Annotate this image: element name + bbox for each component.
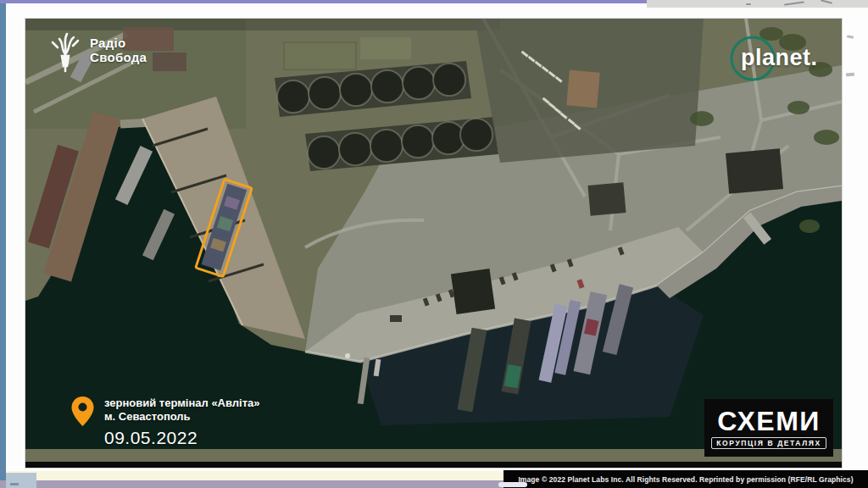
copyright-bar: Image © 2022 Planet Labs Inc. All Rights… <box>504 470 868 488</box>
bottom-corner-widget <box>6 473 36 488</box>
torch-icon <box>49 29 81 73</box>
schemes-logo: СХЕМИ КОРУПЦІЯ В ДЕТАЛЯХ <box>704 399 833 457</box>
bottom-page-strip <box>6 471 504 480</box>
schemes-title: СХЕМИ <box>717 408 821 435</box>
bottom-corner-mark <box>10 483 19 485</box>
margin-mark <box>847 35 854 38</box>
map-pin-icon <box>71 396 94 427</box>
location-line1: зерновий термінал «Авліта» <box>104 396 260 410</box>
left-scrollbar[interactable] <box>0 0 6 488</box>
schemes-subtitle: КОРУПЦІЯ В ДЕТАЛЯХ <box>711 437 826 449</box>
image-date: 09.05.2022 <box>104 428 260 448</box>
location-line2: м. Севастополь <box>104 410 260 424</box>
location-caption: зерновий термінал «Авліта» м. Севастопол… <box>71 396 260 448</box>
screenshot-root: Радіо Свобода planet. зерновий термінал … <box>0 0 868 488</box>
rfe-logo-line2: Свобода <box>90 50 147 64</box>
rfe-logo-line1: Радіо <box>90 36 147 50</box>
photo-bottom-band <box>25 462 842 468</box>
top-progress-strip <box>0 0 647 3</box>
copyright-text: Image © 2022 Planet Labs Inc. All Rights… <box>518 475 853 484</box>
rfe-rl-logo: Радіо Свобода <box>49 29 147 73</box>
planet-logo-text: planet. <box>741 45 818 71</box>
military-compound <box>475 19 704 163</box>
bottom-scrollbar-thumb[interactable] <box>498 482 527 487</box>
chrome-smudge <box>746 3 751 5</box>
top-right-chrome <box>647 0 868 8</box>
bottom-scrollbar-track[interactable] <box>0 480 504 488</box>
margin-mark <box>846 73 854 77</box>
planet-logo: planet. <box>722 34 834 83</box>
